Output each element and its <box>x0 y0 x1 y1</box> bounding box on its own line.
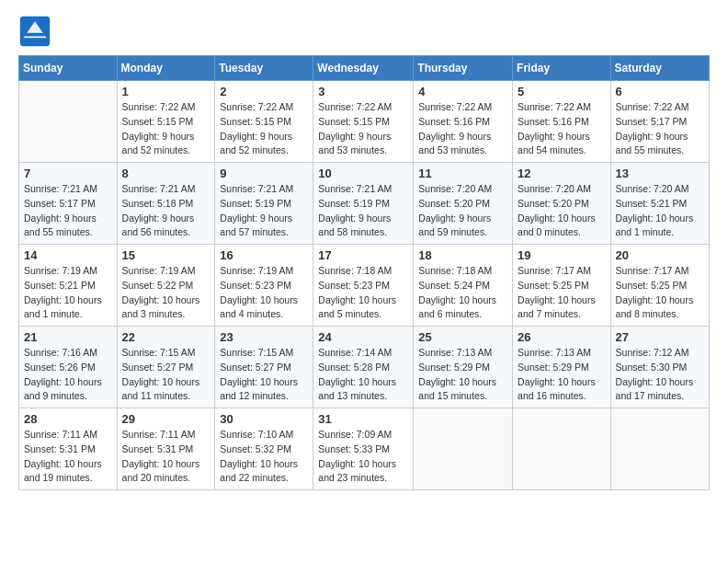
info-line: Sunrise: 7:20 AM <box>518 182 606 197</box>
day-number: 6 <box>616 85 704 98</box>
info-line: Sunset: 5:21 PM <box>24 279 112 293</box>
day-info: Sunrise: 7:22 AMSunset: 5:15 PMDaylight:… <box>318 100 408 158</box>
info-line: Sunrise: 7:17 AM <box>518 264 606 279</box>
days-of-week-row: SundayMondayTuesdayWednesdayThursdayFrid… <box>19 56 710 81</box>
day-info: Sunrise: 7:15 AMSunset: 5:27 PMDaylight:… <box>220 346 308 404</box>
day-header-saturday: Saturday <box>610 56 709 81</box>
info-line: and 57 minutes. <box>220 225 308 240</box>
calendar-cell: 2Sunrise: 7:22 AMSunset: 5:15 PMDaylight… <box>215 81 313 163</box>
info-line: Sunrise: 7:21 AM <box>318 182 408 197</box>
calendar-cell: 16Sunrise: 7:19 AMSunset: 5:23 PMDayligh… <box>215 245 313 327</box>
info-line: Sunrise: 7:12 AM <box>616 346 704 361</box>
calendar-cell: 18Sunrise: 7:18 AMSunset: 5:24 PMDayligh… <box>414 245 513 327</box>
calendar-cell: 3Sunrise: 7:22 AMSunset: 5:15 PMDaylight… <box>313 81 414 163</box>
info-line: and 13 minutes. <box>318 389 408 404</box>
info-line: Sunset: 5:16 PM <box>518 115 606 130</box>
day-number: 7 <box>24 167 112 180</box>
day-info: Sunrise: 7:20 AMSunset: 5:20 PMDaylight:… <box>418 182 507 240</box>
info-line: Sunset: 5:27 PM <box>220 361 308 375</box>
calendar-cell: 26Sunrise: 7:13 AMSunset: 5:29 PMDayligh… <box>513 327 611 408</box>
info-line: Sunset: 5:31 PM <box>24 442 112 457</box>
calendar-cell: 13Sunrise: 7:20 AMSunset: 5:21 PMDayligh… <box>610 163 709 245</box>
calendar-cell: 22Sunrise: 7:15 AMSunset: 5:27 PMDayligh… <box>117 327 215 408</box>
info-line: and 59 minutes. <box>418 225 507 240</box>
day-number: 10 <box>318 167 408 180</box>
calendar-cell: 5Sunrise: 7:22 AMSunset: 5:16 PMDaylight… <box>513 81 611 163</box>
info-line: Sunrise: 7:09 AM <box>318 428 408 442</box>
day-number: 3 <box>318 85 408 98</box>
day-info: Sunrise: 7:19 AMSunset: 5:23 PMDaylight:… <box>220 264 308 322</box>
calendar-cell: 21Sunrise: 7:16 AMSunset: 5:26 PMDayligh… <box>19 327 118 408</box>
info-line: and 5 minutes. <box>318 307 408 322</box>
info-line: Daylight: 10 hours <box>220 293 308 308</box>
info-line: Sunset: 5:18 PM <box>122 197 210 212</box>
day-info: Sunrise: 7:19 AMSunset: 5:21 PMDaylight:… <box>24 264 112 322</box>
day-number: 16 <box>220 248 308 262</box>
info-line: Sunset: 5:23 PM <box>318 279 408 293</box>
info-line: Sunset: 5:21 PM <box>616 197 704 212</box>
info-line: Sunrise: 7:21 AM <box>220 182 308 197</box>
day-info: Sunrise: 7:11 AMSunset: 5:31 PMDaylight:… <box>24 428 112 486</box>
info-line: Daylight: 9 hours <box>518 130 606 144</box>
day-number: 4 <box>418 85 507 98</box>
info-line: and 53 minutes. <box>318 144 408 158</box>
info-line: and 20 minutes. <box>122 471 210 486</box>
day-number: 8 <box>122 167 210 180</box>
week-row-1: 1Sunrise: 7:22 AMSunset: 5:15 PMDaylight… <box>19 81 710 163</box>
calendar-cell: 1Sunrise: 7:22 AMSunset: 5:15 PMDaylight… <box>117 81 215 163</box>
day-info: Sunrise: 7:11 AMSunset: 5:31 PMDaylight:… <box>122 428 210 486</box>
calendar-cell: 20Sunrise: 7:17 AMSunset: 5:25 PMDayligh… <box>610 245 709 327</box>
day-number: 21 <box>24 330 112 344</box>
info-line: Sunrise: 7:18 AM <box>318 264 408 279</box>
day-info: Sunrise: 7:13 AMSunset: 5:29 PMDaylight:… <box>518 346 606 404</box>
info-line: and 52 minutes. <box>122 144 210 158</box>
info-line: Sunset: 5:28 PM <box>318 361 408 375</box>
logo-icon <box>18 15 51 48</box>
info-line: Daylight: 10 hours <box>122 375 210 390</box>
day-number: 18 <box>418 248 507 262</box>
info-line: and 52 minutes. <box>220 144 308 158</box>
info-line: Daylight: 9 hours <box>418 212 507 226</box>
calendar-cell: 19Sunrise: 7:17 AMSunset: 5:25 PMDayligh… <box>513 245 611 327</box>
info-line: Sunrise: 7:13 AM <box>418 346 507 361</box>
day-info: Sunrise: 7:21 AMSunset: 5:19 PMDaylight:… <box>220 182 308 240</box>
info-line: Sunset: 5:26 PM <box>24 361 112 375</box>
info-line: Daylight: 10 hours <box>518 212 606 226</box>
info-line: Daylight: 9 hours <box>24 212 112 226</box>
day-number: 31 <box>318 412 408 426</box>
info-line: and 55 minutes. <box>616 144 704 158</box>
info-line: Daylight: 10 hours <box>616 293 704 308</box>
day-info: Sunrise: 7:10 AMSunset: 5:32 PMDaylight:… <box>220 428 308 486</box>
info-line: Sunset: 5:15 PM <box>220 115 308 130</box>
page-header <box>18 15 710 48</box>
calendar-cell: 27Sunrise: 7:12 AMSunset: 5:30 PMDayligh… <box>610 327 709 408</box>
info-line: and 23 minutes. <box>318 471 408 486</box>
info-line: and 4 minutes. <box>220 307 308 322</box>
day-info: Sunrise: 7:17 AMSunset: 5:25 PMDaylight:… <box>616 264 704 322</box>
day-number: 13 <box>616 167 704 180</box>
info-line: Sunrise: 7:19 AM <box>122 264 210 279</box>
info-line: Sunrise: 7:16 AM <box>24 346 112 361</box>
day-header-tuesday: Tuesday <box>215 56 313 81</box>
info-line: Sunrise: 7:21 AM <box>24 182 112 197</box>
info-line: Sunrise: 7:19 AM <box>24 264 112 279</box>
info-line: Daylight: 9 hours <box>318 212 408 226</box>
info-line: and 3 minutes. <box>122 307 210 322</box>
day-info: Sunrise: 7:21 AMSunset: 5:18 PMDaylight:… <box>122 182 210 240</box>
calendar-cell: 10Sunrise: 7:21 AMSunset: 5:19 PMDayligh… <box>313 163 414 245</box>
calendar-cell <box>414 408 513 490</box>
day-number: 20 <box>616 248 704 262</box>
day-info: Sunrise: 7:22 AMSunset: 5:15 PMDaylight:… <box>122 100 210 158</box>
info-line: and 9 minutes. <box>24 389 112 404</box>
info-line: Sunrise: 7:19 AM <box>220 264 308 279</box>
info-line: Daylight: 9 hours <box>122 212 210 226</box>
info-line: and 15 minutes. <box>418 389 507 404</box>
day-info: Sunrise: 7:17 AMSunset: 5:25 PMDaylight:… <box>518 264 606 322</box>
day-info: Sunrise: 7:22 AMSunset: 5:16 PMDaylight:… <box>518 100 606 158</box>
calendar-header: SundayMondayTuesdayWednesdayThursdayFrid… <box>19 56 710 81</box>
info-line: Sunrise: 7:13 AM <box>518 346 606 361</box>
calendar-body: 1Sunrise: 7:22 AMSunset: 5:15 PMDaylight… <box>19 81 710 490</box>
info-line: and 8 minutes. <box>616 307 704 322</box>
info-line: Daylight: 10 hours <box>518 375 606 390</box>
day-info: Sunrise: 7:22 AMSunset: 5:15 PMDaylight:… <box>220 100 308 158</box>
